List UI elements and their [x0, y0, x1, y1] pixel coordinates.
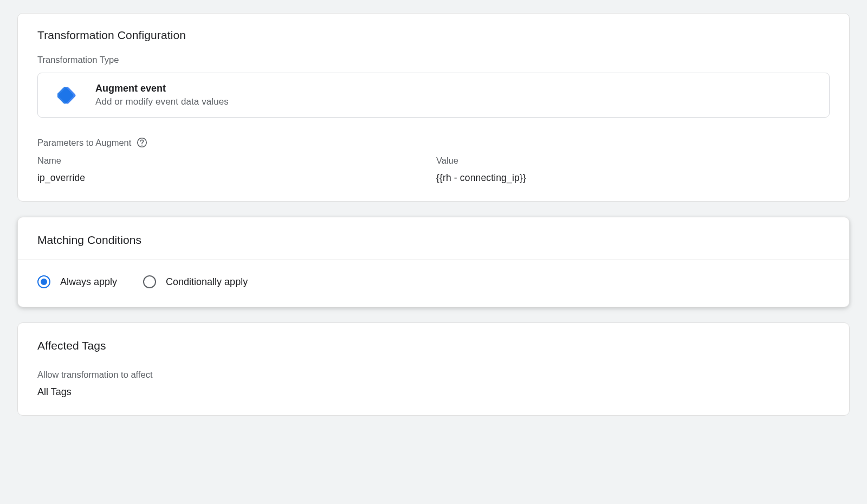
radio-conditionally-apply[interactable]: Conditionally apply — [143, 275, 248, 288]
parameters-label-text: Parameters to Augment — [37, 138, 131, 148]
value-header: Value — [436, 156, 830, 166]
name-header: Name — [37, 156, 434, 166]
card-body: Affected Tags Allow transformation to af… — [18, 323, 849, 415]
affected-value: All Tags — [37, 386, 830, 398]
affected-allow-label: Allow transformation to affect — [37, 370, 830, 380]
type-text-container: Augment event Add or modify event data v… — [95, 83, 229, 107]
parameters-label: Parameters to Augment — [37, 137, 830, 148]
svg-rect-1 — [57, 86, 74, 105]
type-description: Add or modify event data values — [95, 96, 229, 107]
card-body: Transformation Type Augment event Add or… — [18, 55, 849, 201]
param-value-column: Value {{rh - connecting_ip}} — [434, 156, 830, 184]
type-name: Augment event — [95, 83, 229, 94]
affected-tags-card: Affected Tags Allow transformation to af… — [17, 322, 850, 416]
card-header: Transformation Configuration — [18, 14, 849, 55]
radio-always-apply[interactable]: Always apply — [37, 275, 117, 288]
param-name-column: Name ip_override — [37, 156, 434, 184]
tag-icon — [57, 86, 77, 105]
transformation-config-card: Transformation Configuration Transformat… — [17, 13, 850, 202]
transformation-type-label: Transformation Type — [37, 55, 830, 65]
param-name-value: ip_override — [37, 172, 434, 184]
radio-selected-icon — [37, 275, 50, 288]
radio-group: Always apply Conditionally apply — [18, 260, 849, 307]
card-title: Transformation Configuration — [37, 29, 830, 42]
transformation-type-selector[interactable]: Augment event Add or modify event data v… — [37, 73, 830, 118]
radio-label: Always apply — [60, 276, 117, 288]
radio-label: Conditionally apply — [166, 276, 248, 288]
help-icon[interactable] — [137, 137, 147, 148]
param-value-value: {{rh - connecting_ip}} — [436, 172, 830, 184]
radio-unselected-icon — [143, 275, 156, 288]
card-title: Matching Conditions — [37, 234, 830, 247]
card-title: Affected Tags — [37, 339, 830, 352]
card-header: Matching Conditions — [18, 217, 849, 260]
matching-conditions-card: Matching Conditions Always apply Conditi… — [17, 217, 850, 307]
svg-point-3 — [141, 145, 143, 146]
parameters-row: Name ip_override Value {{rh - connecting… — [37, 156, 830, 184]
